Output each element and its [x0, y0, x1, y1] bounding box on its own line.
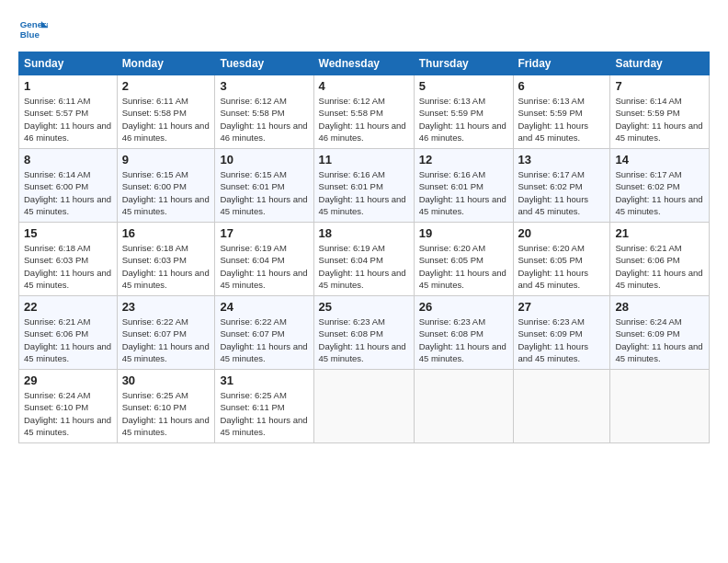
calendar-cell — [610, 370, 710, 443]
day-info: Sunrise: 6:22 AMSunset: 6:07 PMDaylight:… — [220, 316, 308, 364]
calendar-cell — [513, 370, 610, 443]
calendar-cell: 3Sunrise: 6:12 AMSunset: 5:58 PMDaylight… — [215, 75, 313, 149]
calendar-week-row: 1Sunrise: 6:11 AMSunset: 5:57 PMDaylight… — [19, 75, 710, 149]
calendar-cell — [414, 370, 513, 443]
day-info: Sunrise: 6:25 AMSunset: 6:11 PMDaylight:… — [220, 389, 308, 438]
day-number: 3 — [220, 79, 308, 93]
calendar-cell: 1Sunrise: 6:11 AMSunset: 5:57 PMDaylight… — [19, 75, 118, 149]
day-info: Sunrise: 6:11 AMSunset: 5:58 PMDaylight:… — [122, 95, 210, 144]
day-number: 30 — [122, 373, 210, 387]
day-info: Sunrise: 6:23 AMSunset: 6:08 PMDaylight:… — [319, 316, 409, 364]
day-number: 1 — [24, 79, 112, 93]
calendar-cell: 22Sunrise: 6:21 AMSunset: 6:06 PMDayligh… — [19, 296, 118, 370]
calendar-cell: 29Sunrise: 6:24 AMSunset: 6:10 PMDayligh… — [19, 370, 118, 443]
day-number: 17 — [220, 226, 308, 240]
calendar-cell: 9Sunrise: 6:15 AMSunset: 6:00 PMDaylight… — [117, 149, 215, 223]
calendar-cell: 8Sunrise: 6:14 AMSunset: 6:00 PMDaylight… — [19, 149, 118, 223]
calendar-cell: 6Sunrise: 6:13 AMSunset: 5:59 PMDaylight… — [513, 75, 610, 149]
day-info: Sunrise: 6:13 AMSunset: 5:59 PMDaylight:… — [419, 95, 508, 144]
calendar-table: SundayMondayTuesdayWednesdayThursdayFrid… — [18, 52, 710, 443]
day-number: 21 — [615, 226, 704, 240]
day-info: Sunrise: 6:23 AMSunset: 6:09 PMDaylight:… — [518, 316, 606, 364]
day-number: 29 — [24, 373, 112, 387]
calendar-cell: 25Sunrise: 6:23 AMSunset: 6:08 PMDayligh… — [313, 296, 414, 370]
day-info: Sunrise: 6:19 AMSunset: 6:04 PMDaylight:… — [220, 242, 308, 291]
day-number: 2 — [122, 79, 210, 93]
calendar-cell: 4Sunrise: 6:12 AMSunset: 5:58 PMDaylight… — [313, 75, 414, 149]
day-number: 7 — [615, 79, 704, 93]
day-info: Sunrise: 6:11 AMSunset: 5:57 PMDaylight:… — [24, 95, 112, 144]
day-info: Sunrise: 6:18 AMSunset: 6:03 PMDaylight:… — [24, 242, 112, 291]
calendar-cell: 24Sunrise: 6:22 AMSunset: 6:07 PMDayligh… — [215, 296, 313, 370]
svg-text:Blue: Blue — [20, 29, 40, 40]
day-info: Sunrise: 6:19 AMSunset: 6:04 PMDaylight:… — [319, 242, 409, 291]
calendar-cell: 21Sunrise: 6:21 AMSunset: 6:06 PMDayligh… — [610, 223, 710, 296]
day-info: Sunrise: 6:17 AMSunset: 6:02 PMDaylight:… — [518, 168, 606, 217]
calendar-cell: 11Sunrise: 6:16 AMSunset: 6:01 PMDayligh… — [313, 149, 414, 223]
day-info: Sunrise: 6:16 AMSunset: 6:01 PMDaylight:… — [319, 168, 409, 217]
day-number: 22 — [24, 300, 112, 314]
day-info: Sunrise: 6:14 AMSunset: 5:59 PMDaylight:… — [615, 95, 704, 144]
calendar-week-row: 15Sunrise: 6:18 AMSunset: 6:03 PMDayligh… — [19, 223, 710, 296]
calendar-week-row: 8Sunrise: 6:14 AMSunset: 6:00 PMDaylight… — [19, 149, 710, 223]
page: General Blue SundayMondayTuesdayWednesda… — [0, 0, 728, 563]
day-info: Sunrise: 6:14 AMSunset: 6:00 PMDaylight:… — [24, 168, 112, 217]
calendar-cell — [313, 370, 414, 443]
calendar-header-row: SundayMondayTuesdayWednesdayThursdayFrid… — [19, 52, 710, 75]
day-info: Sunrise: 6:12 AMSunset: 5:58 PMDaylight:… — [220, 95, 308, 144]
day-info: Sunrise: 6:22 AMSunset: 6:07 PMDaylight:… — [122, 316, 210, 364]
day-number: 20 — [518, 226, 606, 240]
calendar-week-row: 22Sunrise: 6:21 AMSunset: 6:06 PMDayligh… — [19, 296, 710, 370]
calendar-cell: 5Sunrise: 6:13 AMSunset: 5:59 PMDaylight… — [414, 75, 513, 149]
day-number: 28 — [615, 300, 704, 314]
calendar-cell: 16Sunrise: 6:18 AMSunset: 6:03 PMDayligh… — [117, 223, 215, 296]
calendar-week-row: 29Sunrise: 6:24 AMSunset: 6:10 PMDayligh… — [19, 370, 710, 443]
day-number: 8 — [24, 153, 112, 167]
day-info: Sunrise: 6:15 AMSunset: 6:00 PMDaylight:… — [122, 168, 210, 217]
calendar-cell: 14Sunrise: 6:17 AMSunset: 6:02 PMDayligh… — [610, 149, 710, 223]
calendar-cell: 18Sunrise: 6:19 AMSunset: 6:04 PMDayligh… — [313, 223, 414, 296]
day-number: 15 — [24, 226, 112, 240]
calendar-cell: 17Sunrise: 6:19 AMSunset: 6:04 PMDayligh… — [215, 223, 313, 296]
calendar-cell: 19Sunrise: 6:20 AMSunset: 6:05 PMDayligh… — [414, 223, 513, 296]
calendar-cell: 13Sunrise: 6:17 AMSunset: 6:02 PMDayligh… — [513, 149, 610, 223]
day-number: 9 — [122, 153, 210, 167]
day-number: 26 — [419, 300, 508, 314]
day-number: 24 — [220, 300, 308, 314]
day-info: Sunrise: 6:23 AMSunset: 6:08 PMDaylight:… — [419, 316, 508, 364]
day-of-week-header: Sunday — [19, 52, 118, 75]
logo: General Blue — [18, 15, 48, 44]
calendar-cell: 26Sunrise: 6:23 AMSunset: 6:08 PMDayligh… — [414, 296, 513, 370]
day-info: Sunrise: 6:21 AMSunset: 6:06 PMDaylight:… — [24, 316, 112, 364]
day-number: 6 — [518, 79, 606, 93]
day-number: 16 — [122, 226, 210, 240]
calendar-cell: 15Sunrise: 6:18 AMSunset: 6:03 PMDayligh… — [19, 223, 118, 296]
day-info: Sunrise: 6:25 AMSunset: 6:10 PMDaylight:… — [122, 389, 210, 438]
calendar-cell: 23Sunrise: 6:22 AMSunset: 6:07 PMDayligh… — [117, 296, 215, 370]
calendar-cell: 30Sunrise: 6:25 AMSunset: 6:10 PMDayligh… — [117, 370, 215, 443]
calendar-cell: 7Sunrise: 6:14 AMSunset: 5:59 PMDaylight… — [610, 75, 710, 149]
day-number: 23 — [122, 300, 210, 314]
day-info: Sunrise: 6:18 AMSunset: 6:03 PMDaylight:… — [122, 242, 210, 291]
day-of-week-header: Wednesday — [313, 52, 414, 75]
day-number: 31 — [220, 373, 308, 387]
calendar-cell: 2Sunrise: 6:11 AMSunset: 5:58 PMDaylight… — [117, 75, 215, 149]
day-info: Sunrise: 6:13 AMSunset: 5:59 PMDaylight:… — [518, 95, 606, 144]
day-number: 12 — [419, 153, 508, 167]
calendar-cell: 28Sunrise: 6:24 AMSunset: 6:09 PMDayligh… — [610, 296, 710, 370]
header: General Blue — [18, 15, 710, 44]
day-number: 14 — [615, 153, 704, 167]
calendar-cell: 10Sunrise: 6:15 AMSunset: 6:01 PMDayligh… — [215, 149, 313, 223]
day-info: Sunrise: 6:17 AMSunset: 6:02 PMDaylight:… — [615, 168, 704, 217]
day-info: Sunrise: 6:20 AMSunset: 6:05 PMDaylight:… — [518, 242, 606, 291]
day-of-week-header: Friday — [513, 52, 610, 75]
day-number: 11 — [319, 153, 409, 167]
day-of-week-header: Thursday — [414, 52, 513, 75]
calendar-cell: 20Sunrise: 6:20 AMSunset: 6:05 PMDayligh… — [513, 223, 610, 296]
day-number: 4 — [319, 79, 409, 93]
calendar-cell: 31Sunrise: 6:25 AMSunset: 6:11 PMDayligh… — [215, 370, 313, 443]
day-info: Sunrise: 6:15 AMSunset: 6:01 PMDaylight:… — [220, 168, 308, 217]
day-number: 27 — [518, 300, 606, 314]
calendar-cell: 12Sunrise: 6:16 AMSunset: 6:01 PMDayligh… — [414, 149, 513, 223]
calendar-cell: 27Sunrise: 6:23 AMSunset: 6:09 PMDayligh… — [513, 296, 610, 370]
